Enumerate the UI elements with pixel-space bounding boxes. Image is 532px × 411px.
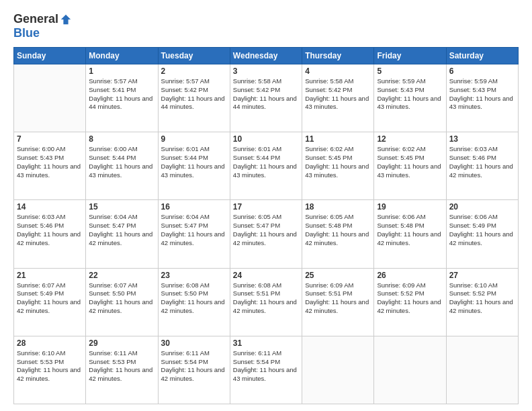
day-info: Sunrise: 6:08 AM Sunset: 5:50 PM Dayligh…: [161, 281, 227, 316]
day-number: 5: [377, 66, 443, 76]
calendar-cell: 19Sunrise: 6:06 AM Sunset: 5:48 PM Dayli…: [374, 200, 446, 268]
day-number: 2: [161, 66, 227, 76]
day-number: 17: [233, 202, 299, 212]
calendar-cell: 31Sunrise: 6:11 AM Sunset: 5:54 PM Dayli…: [230, 336, 302, 404]
calendar-cell: 16Sunrise: 6:04 AM Sunset: 5:47 PM Dayli…: [158, 200, 230, 268]
calendar-cell: 26Sunrise: 6:09 AM Sunset: 5:52 PM Dayli…: [374, 268, 446, 336]
day-info: Sunrise: 6:11 AM Sunset: 5:54 PM Dayligh…: [161, 349, 227, 383]
calendar-cell: 17Sunrise: 6:05 AM Sunset: 5:47 PM Dayli…: [230, 200, 302, 268]
calendar-week-row: 7Sunrise: 6:00 AM Sunset: 5:43 PM Daylig…: [14, 132, 519, 200]
page: General Blue SundayMondayTuesdayWednesda…: [0, 0, 532, 411]
day-number: 13: [449, 134, 515, 144]
day-info: Sunrise: 6:01 AM Sunset: 5:44 PM Dayligh…: [233, 145, 299, 179]
day-info: Sunrise: 6:11 AM Sunset: 5:53 PM Dayligh…: [89, 349, 154, 383]
day-number: 19: [377, 202, 443, 212]
day-info: Sunrise: 5:57 AM Sunset: 5:41 PM Dayligh…: [89, 77, 154, 111]
calendar-week-row: 1Sunrise: 5:57 AM Sunset: 5:41 PM Daylig…: [14, 64, 519, 132]
svg-marker-0: [61, 14, 71, 24]
calendar-cell: 18Sunrise: 6:05 AM Sunset: 5:48 PM Dayli…: [302, 200, 374, 268]
day-number: 10: [233, 134, 299, 144]
day-info: Sunrise: 6:02 AM Sunset: 5:45 PM Dayligh…: [377, 145, 443, 179]
day-number: 6: [449, 66, 515, 76]
day-number: 25: [305, 271, 371, 280]
day-info: Sunrise: 6:04 AM Sunset: 5:47 PM Dayligh…: [89, 213, 154, 247]
calendar-cell: 22Sunrise: 6:07 AM Sunset: 5:50 PM Dayli…: [86, 268, 158, 336]
calendar-cell: [14, 64, 86, 132]
day-number: 3: [233, 66, 299, 76]
calendar-cell: 13Sunrise: 6:03 AM Sunset: 5:46 PM Dayli…: [446, 132, 518, 200]
day-info: Sunrise: 6:05 AM Sunset: 5:48 PM Dayligh…: [305, 213, 371, 247]
logo: General Blue: [13, 12, 72, 40]
day-info: Sunrise: 5:59 AM Sunset: 5:43 PM Dayligh…: [377, 77, 443, 111]
day-number: 30: [161, 338, 227, 348]
weekday-header: Thursday: [302, 48, 374, 64]
calendar-cell: 15Sunrise: 6:04 AM Sunset: 5:47 PM Dayli…: [86, 200, 158, 268]
day-info: Sunrise: 6:05 AM Sunset: 5:47 PM Dayligh…: [233, 213, 299, 247]
calendar-cell: 20Sunrise: 6:06 AM Sunset: 5:49 PM Dayli…: [446, 200, 518, 268]
calendar-header-row: SundayMondayTuesdayWednesdayThursdayFrid…: [14, 48, 519, 64]
calendar-cell: 1Sunrise: 5:57 AM Sunset: 5:41 PM Daylig…: [86, 64, 158, 132]
day-info: Sunrise: 6:10 AM Sunset: 5:53 PM Dayligh…: [17, 349, 83, 383]
day-info: Sunrise: 5:58 AM Sunset: 5:42 PM Dayligh…: [305, 77, 371, 111]
day-info: Sunrise: 6:02 AM Sunset: 5:45 PM Dayligh…: [305, 145, 371, 179]
calendar-cell: 5Sunrise: 5:59 AM Sunset: 5:43 PM Daylig…: [374, 64, 446, 132]
day-info: Sunrise: 6:07 AM Sunset: 5:50 PM Dayligh…: [89, 281, 154, 316]
calendar-cell: 10Sunrise: 6:01 AM Sunset: 5:44 PM Dayli…: [230, 132, 302, 200]
day-info: Sunrise: 6:03 AM Sunset: 5:46 PM Dayligh…: [17, 213, 83, 247]
weekday-header: Friday: [374, 48, 446, 64]
day-info: Sunrise: 6:06 AM Sunset: 5:49 PM Dayligh…: [449, 213, 515, 247]
day-number: 24: [233, 271, 299, 280]
calendar-cell: 2Sunrise: 5:57 AM Sunset: 5:42 PM Daylig…: [158, 64, 230, 132]
calendar-table: SundayMondayTuesdayWednesdayThursdayFrid…: [13, 47, 519, 404]
day-number: 15: [89, 202, 154, 212]
calendar-cell: 24Sunrise: 6:08 AM Sunset: 5:51 PM Dayli…: [230, 268, 302, 336]
calendar-cell: 28Sunrise: 6:10 AM Sunset: 5:53 PM Dayli…: [14, 336, 86, 404]
calendar-week-row: 21Sunrise: 6:07 AM Sunset: 5:49 PM Dayli…: [14, 268, 519, 336]
day-number: 23: [161, 271, 227, 280]
day-info: Sunrise: 6:00 AM Sunset: 5:43 PM Dayligh…: [17, 145, 83, 179]
calendar-cell: 27Sunrise: 6:10 AM Sunset: 5:52 PM Dayli…: [446, 268, 518, 336]
calendar-cell: [446, 336, 518, 404]
calendar-cell: 8Sunrise: 6:00 AM Sunset: 5:44 PM Daylig…: [86, 132, 158, 200]
day-number: 22: [89, 271, 154, 280]
day-number: 27: [449, 271, 515, 280]
calendar-cell: 12Sunrise: 6:02 AM Sunset: 5:45 PM Dayli…: [374, 132, 446, 200]
day-number: 16: [161, 202, 227, 212]
day-number: 20: [449, 202, 515, 212]
day-number: 7: [17, 134, 83, 144]
day-info: Sunrise: 6:09 AM Sunset: 5:51 PM Dayligh…: [305, 281, 371, 316]
day-info: Sunrise: 5:58 AM Sunset: 5:42 PM Dayligh…: [233, 77, 299, 111]
weekday-header: Tuesday: [158, 48, 230, 64]
day-info: Sunrise: 6:08 AM Sunset: 5:51 PM Dayligh…: [233, 281, 299, 316]
calendar-cell: 4Sunrise: 5:58 AM Sunset: 5:42 PM Daylig…: [302, 64, 374, 132]
day-number: 1: [89, 66, 154, 76]
calendar-cell: 29Sunrise: 6:11 AM Sunset: 5:53 PM Dayli…: [86, 336, 158, 404]
day-info: Sunrise: 6:01 AM Sunset: 5:44 PM Dayligh…: [161, 145, 227, 179]
weekday-header: Sunday: [14, 48, 86, 64]
weekday-header: Wednesday: [230, 48, 302, 64]
header: General Blue: [13, 12, 519, 40]
day-number: 12: [377, 134, 443, 144]
calendar-cell: 7Sunrise: 6:00 AM Sunset: 5:43 PM Daylig…: [14, 132, 86, 200]
calendar-cell: [302, 336, 374, 404]
day-number: 14: [17, 202, 83, 212]
logo-general-text: General: [13, 12, 58, 26]
calendar-cell: 21Sunrise: 6:07 AM Sunset: 5:49 PM Dayli…: [14, 268, 86, 336]
weekday-header: Monday: [86, 48, 158, 64]
day-info: Sunrise: 6:09 AM Sunset: 5:52 PM Dayligh…: [377, 281, 443, 316]
calendar-cell: 11Sunrise: 6:02 AM Sunset: 5:45 PM Dayli…: [302, 132, 374, 200]
day-number: 8: [89, 134, 154, 144]
day-info: Sunrise: 6:11 AM Sunset: 5:54 PM Dayligh…: [233, 349, 299, 383]
day-number: 11: [305, 134, 371, 144]
day-number: 21: [17, 271, 83, 280]
calendar-cell: 9Sunrise: 6:01 AM Sunset: 5:44 PM Daylig…: [158, 132, 230, 200]
calendar-cell: 25Sunrise: 6:09 AM Sunset: 5:51 PM Dayli…: [302, 268, 374, 336]
calendar-cell: 14Sunrise: 6:03 AM Sunset: 5:46 PM Dayli…: [14, 200, 86, 268]
day-info: Sunrise: 6:04 AM Sunset: 5:47 PM Dayligh…: [161, 213, 227, 247]
calendar-cell: [374, 336, 446, 404]
day-info: Sunrise: 6:00 AM Sunset: 5:44 PM Dayligh…: [89, 145, 154, 179]
day-number: 26: [377, 271, 443, 280]
day-info: Sunrise: 5:57 AM Sunset: 5:42 PM Dayligh…: [161, 77, 227, 111]
day-info: Sunrise: 6:03 AM Sunset: 5:46 PM Dayligh…: [449, 145, 515, 179]
logo-icon: [60, 13, 72, 26]
